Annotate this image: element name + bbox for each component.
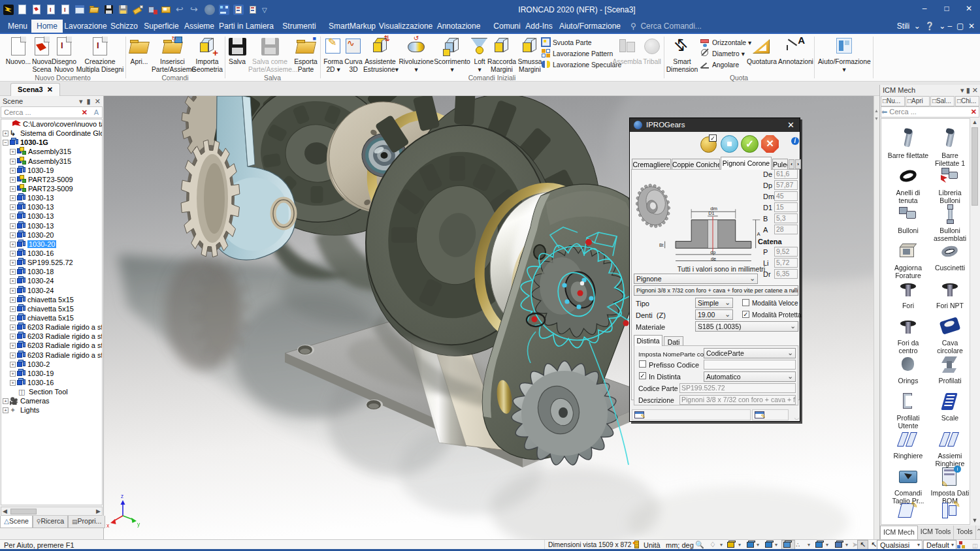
svg-text:Bt: Bt [659,243,664,247]
svg-text:▲: ▲ [874,108,879,113]
svg-text:D1: D1 [708,210,714,216]
svg-text:z: z [121,493,123,499]
svg-text:A: A [757,231,761,237]
svg-text:dp: dp [710,249,715,255]
svg-text:▼: ▼ [874,116,879,121]
svg-text:de: de [711,256,716,262]
